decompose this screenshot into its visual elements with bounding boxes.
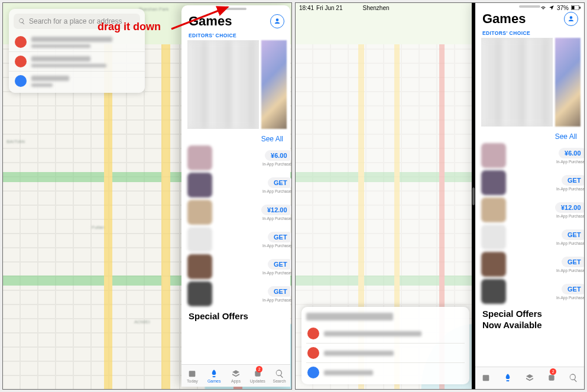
iap-label: In-App Purchases [262,162,292,166]
price-button[interactable]: ¥12.00 [555,202,585,213]
tab-games[interactable]: Games [203,365,225,387]
tab-search[interactable]: Search [268,365,290,387]
status-date: Fri Jun 21 [316,5,342,11]
price-button[interactable]: ¥6.00 [265,150,292,161]
svg-rect-0 [189,371,196,377]
appstore-splitview-pane: Games EDITORS' CHOICE See All ¥6. [475,3,584,389]
iap-label: In-App Purchases [556,296,585,300]
status-time: 18:41 [299,5,314,11]
person-icon [567,15,575,23]
special-offers-heading: Special Offers [181,307,290,322]
page-title: Games [189,14,232,29]
app-thumbnail[interactable] [481,197,506,222]
search-placeholder: Search for a place or address [29,17,122,25]
maps-suggestion[interactable] [9,51,145,71]
screenshot-left: Bueshan Park BAITIAN Futian AOWEI Search… [2,2,292,390]
app-thumbnail[interactable] [187,200,212,225]
app-thumbnail[interactable] [481,143,506,168]
today-icon [481,373,491,383]
layers-icon [231,369,241,378]
price-button[interactable]: ¥6.00 [559,148,585,158]
maps-suggestion[interactable] [9,71,145,90]
get-button[interactable]: GET [562,175,585,186]
iap-label: In-App Purchases [262,189,292,193]
special-offers-subheading: Now Available [475,320,584,333]
editors-choice-label: EDITORS' CHOICE [475,30,584,38]
tab-today[interactable] [475,367,497,389]
pin-icon [307,347,319,359]
rocket-icon [503,373,513,383]
pin-icon [15,75,27,87]
account-button[interactable] [270,14,284,28]
app-thumbnail[interactable] [187,227,212,252]
app-thumbnail[interactable] [187,254,212,279]
app-thumbnail[interactable] [481,170,506,195]
iap-label: In-App Purchases [262,271,292,275]
editors-choice-label: EDITORS' CHOICE [181,33,290,40]
search-icon [275,369,284,378]
tab-bar: Today Games Apps 2 Updates Search [181,364,290,387]
status-bar: 18:41 Fri Jun 21 Shenzhen 37% [296,3,584,12]
maps-search-input[interactable]: Search for a place or address [14,14,140,29]
get-button[interactable]: GET [268,286,292,297]
location-icon [549,5,554,11]
search-icon [18,18,25,25]
price-button[interactable]: ¥12.00 [261,205,292,215]
status-city: Shenzhen [363,5,390,11]
svg-rect-5 [579,7,580,8]
get-button[interactable]: GET [268,259,292,270]
tab-today[interactable]: Today [181,365,203,387]
tab-bar: 2 [475,367,584,389]
battery-icon [571,5,580,10]
iap-label: In-App Purchases [556,214,585,218]
person-icon [273,17,281,25]
pin-icon [15,56,27,67]
tab-search[interactable] [562,367,584,389]
pin-icon [307,367,319,378]
status-battery: 37% [557,5,569,11]
maps-pane [296,3,475,389]
splitview-divider[interactable] [472,3,475,389]
screenshot-right: 18:41 Fri Jun 21 Shenzhen 37% [295,2,585,390]
tab-updates[interactable]: 2 Updates [247,365,268,387]
app-thumbnail[interactable] [481,252,506,277]
app-thumbnail[interactable] [187,281,212,306]
svg-rect-7 [549,375,554,380]
app-thumbnail[interactable] [481,225,506,250]
tab-apps[interactable]: Apps [225,365,247,387]
iap-label: In-App Purchases [556,268,585,273]
page-title: Games [482,11,526,27]
layers-icon [525,373,534,383]
pin-icon [15,36,27,48]
search-icon [569,373,578,383]
tab-updates[interactable]: 2 [540,367,562,389]
hero-card[interactable] [187,40,287,129]
get-button[interactable]: GET [268,177,292,188]
appstore-slideover-panel: Games EDITORS' CHOICE See All ¥6. [181,5,290,387]
svg-rect-6 [483,375,489,381]
iap-label: In-App Purchases [556,241,585,245]
hero-card[interactable] [481,38,580,127]
slideover-grabber[interactable] [225,8,247,10]
pin-icon [307,328,319,339]
app-thumbnail[interactable] [187,145,212,170]
rocket-icon [209,369,219,378]
maps-search-card: Search for a place or address [9,9,145,93]
get-button[interactable]: GET [562,284,585,294]
tab-games[interactable] [497,367,519,389]
get-button[interactable]: GET [562,229,585,240]
tab-apps[interactable] [519,367,541,389]
see-all-link[interactable]: See All [555,132,577,141]
app-thumbnail[interactable] [481,279,506,304]
get-button[interactable]: GET [562,257,585,267]
maps-results-sheet[interactable] [301,307,469,384]
iap-label: In-App Purchases [262,244,292,248]
wifi-icon [540,5,546,11]
iap-label: In-App Purchases [262,216,292,221]
iap-label: In-App Purchases [556,160,585,164]
maps-suggestion[interactable] [9,33,145,51]
app-thumbnail[interactable] [187,173,212,197]
see-all-link[interactable]: See All [261,135,283,143]
get-button[interactable]: GET [268,232,292,242]
account-button[interactable] [564,12,578,26]
